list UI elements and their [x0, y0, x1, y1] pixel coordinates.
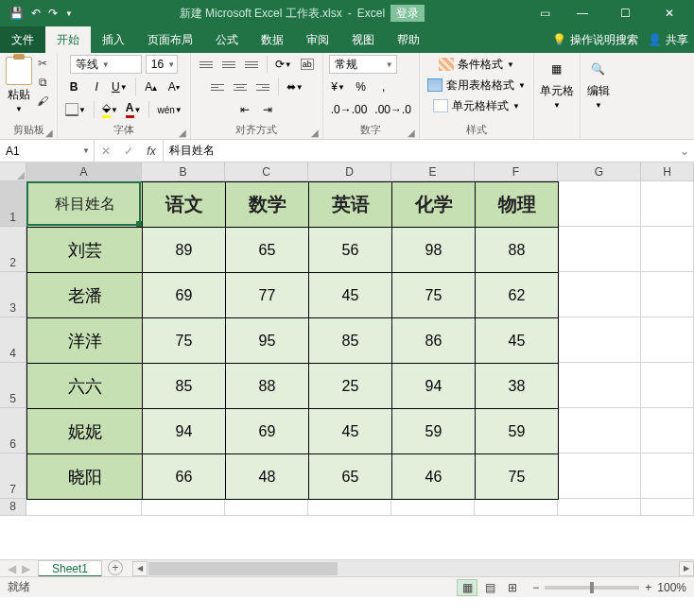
conditional-format-button[interactable]: 条件格式▼: [437, 55, 516, 74]
cancel-edit-icon[interactable]: ✕: [95, 140, 117, 162]
scroll-right-icon[interactable]: ▶: [679, 561, 694, 576]
tab-help[interactable]: 帮助: [386, 26, 431, 53]
close-icon[interactable]: ✕: [649, 0, 690, 26]
scroll-left-icon[interactable]: ◀: [132, 561, 147, 576]
cell-styles-button[interactable]: 单元格样式▼: [431, 96, 522, 115]
sheet-nav-next-icon[interactable]: ▶: [22, 562, 30, 575]
decrease-decimal-button[interactable]: .00→.0: [373, 100, 413, 119]
increase-decimal-button[interactable]: .0→.00: [329, 100, 370, 119]
zoom-slider[interactable]: [545, 586, 639, 590]
view-page-break-icon[interactable]: ⊞: [502, 579, 523, 596]
font-color-button[interactable]: A▼: [124, 100, 144, 119]
border-button[interactable]: ▼: [63, 100, 88, 119]
comma-button[interactable]: ,: [374, 77, 393, 96]
column-header[interactable]: G: [558, 163, 641, 181]
row-header[interactable]: 4: [0, 317, 26, 363]
orientation-button[interactable]: ⟳▼: [273, 55, 294, 74]
alignment-launcher-icon[interactable]: ◢: [311, 128, 319, 138]
number-format-dropdown[interactable]: 常规▼: [329, 55, 397, 74]
row-header[interactable]: 6: [0, 408, 26, 453]
align-right-button[interactable]: [253, 77, 272, 96]
bold-button[interactable]: B: [64, 77, 83, 96]
spreadsheet-grid[interactable]: ABCDEFGH 12345678 科目姓名语文数学英语化学物理刘芸896556…: [0, 163, 694, 576]
wrap-text-button[interactable]: ab: [298, 55, 317, 74]
name-box[interactable]: A1 ▼: [0, 140, 95, 162]
undo-icon[interactable]: ↶: [31, 7, 41, 20]
tab-home[interactable]: 开始: [45, 26, 91, 53]
shrink-font-button[interactable]: A▾: [165, 77, 183, 96]
qa-customize-icon[interactable]: ▼: [65, 9, 73, 18]
italic-button[interactable]: I: [87, 77, 106, 96]
tab-data[interactable]: 数据: [250, 26, 295, 53]
tab-page-layout[interactable]: 页面布局: [136, 26, 204, 53]
formula-input[interactable]: 科目姓名: [164, 140, 675, 162]
number-launcher-icon[interactable]: ◢: [408, 128, 415, 138]
sheet-tab[interactable]: Sheet1: [38, 560, 102, 576]
underline-button[interactable]: U▼: [110, 77, 130, 96]
column-header[interactable]: D: [308, 163, 391, 181]
ribbon-options-icon[interactable]: ▭: [531, 0, 560, 26]
scrollbar-thumb[interactable]: [148, 562, 338, 575]
align-center-button[interactable]: [231, 77, 250, 96]
font-launcher-icon[interactable]: ◢: [179, 128, 186, 138]
row-header[interactable]: 1: [0, 181, 26, 227]
formula-bar-expand-icon[interactable]: ⌄: [675, 140, 694, 162]
merge-button[interactable]: ⬌▼: [285, 77, 305, 96]
tab-formulas[interactable]: 公式: [204, 26, 250, 53]
save-icon[interactable]: 💾: [9, 7, 24, 20]
row-header[interactable]: 5: [0, 363, 26, 408]
zoom-in-button[interactable]: +: [645, 581, 651, 594]
accept-edit-icon[interactable]: ✓: [117, 140, 140, 162]
row-header[interactable]: 3: [0, 272, 26, 317]
fill-color-button[interactable]: ⬙▼: [100, 100, 120, 119]
select-all-corner[interactable]: [0, 163, 26, 181]
zoom-out-button[interactable]: −: [532, 581, 539, 594]
format-as-table-button[interactable]: 套用表格格式▼: [425, 76, 528, 94]
column-header[interactable]: A: [26, 163, 142, 181]
row-header[interactable]: 2: [0, 227, 26, 272]
login-button[interactable]: 登录: [390, 5, 425, 22]
tab-view[interactable]: 视图: [340, 26, 386, 53]
currency-button[interactable]: ¥▼: [329, 77, 348, 96]
tab-insert[interactable]: 插入: [91, 26, 136, 53]
tell-me-search[interactable]: 💡 操作说明搜索: [552, 32, 638, 48]
clipboard-launcher-icon[interactable]: ◢: [45, 128, 53, 138]
copy-icon[interactable]: ⧉: [34, 74, 51, 91]
new-sheet-button[interactable]: +: [108, 560, 123, 575]
align-left-button[interactable]: [208, 77, 227, 96]
paste-button[interactable]: 粘贴 ▼: [6, 55, 32, 113]
percent-button[interactable]: %: [352, 77, 371, 96]
view-page-layout-icon[interactable]: ▤: [479, 579, 500, 596]
tab-review[interactable]: 审阅: [295, 26, 340, 53]
editing-button[interactable]: 🔍 编辑 ▼: [586, 55, 611, 137]
row-header[interactable]: 7: [0, 453, 26, 499]
column-header[interactable]: H: [641, 163, 694, 181]
redo-icon[interactable]: ↷: [48, 7, 58, 20]
align-bottom-button[interactable]: [242, 55, 261, 74]
cells-button[interactable]: ▦ 单元格 ▼: [540, 55, 574, 137]
align-middle-button[interactable]: [219, 55, 238, 74]
maximize-icon[interactable]: ☐: [605, 0, 647, 26]
horizontal-scrollbar[interactable]: ◀ ▶: [132, 560, 694, 576]
insert-function-icon[interactable]: fx: [140, 140, 163, 162]
font-name-dropdown[interactable]: 等线▼: [70, 55, 142, 74]
indent-decrease-button[interactable]: ⇤: [235, 100, 254, 119]
format-painter-icon[interactable]: 🖌: [34, 93, 51, 110]
column-header[interactable]: B: [142, 163, 225, 181]
column-header[interactable]: E: [391, 163, 475, 181]
row-header[interactable]: 8: [0, 499, 26, 516]
sheet-nav-prev-icon[interactable]: ◀: [8, 562, 16, 575]
indent-increase-button[interactable]: ⇥: [258, 100, 277, 119]
font-size-dropdown[interactable]: 16▼: [146, 55, 178, 74]
grow-font-button[interactable]: A▴: [142, 77, 161, 96]
column-header[interactable]: C: [225, 163, 308, 181]
tab-file[interactable]: 文件: [0, 26, 45, 53]
phonetic-button[interactable]: wén▼: [155, 100, 183, 119]
cut-icon[interactable]: ✂: [34, 55, 51, 72]
view-normal-icon[interactable]: ▦: [457, 579, 477, 596]
column-header[interactable]: F: [475, 163, 558, 181]
align-top-button[interactable]: [197, 55, 216, 74]
name-box-dropdown-icon[interactable]: ▼: [82, 146, 90, 155]
minimize-icon[interactable]: —: [562, 0, 603, 26]
zoom-level[interactable]: 100%: [657, 581, 686, 594]
